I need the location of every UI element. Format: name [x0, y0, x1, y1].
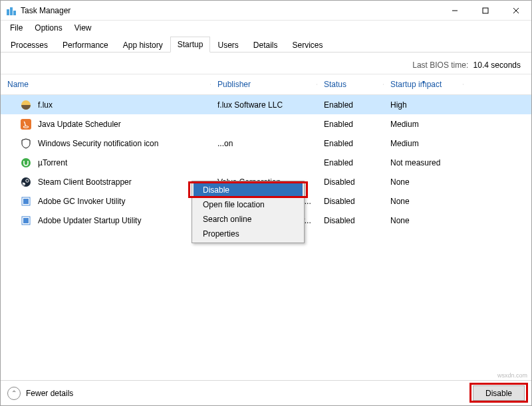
- svg-rect-1: [10, 7, 13, 15]
- svg-point-10: [21, 158, 31, 167]
- row-status: Disabled: [317, 177, 384, 187]
- row-status: Enabled: [317, 100, 384, 110]
- col-name[interactable]: Name: [1, 80, 211, 89]
- tab-processes[interactable]: Processes: [3, 37, 55, 52]
- row-status: Enabled: [317, 139, 384, 148]
- menubar: File Options View: [1, 21, 531, 35]
- menu-file[interactable]: File: [5, 22, 28, 34]
- row-impact: Medium: [384, 139, 477, 148]
- column-headers: Name Publisher Status ▾ Startup impact: [1, 74, 531, 95]
- table-row[interactable]: Java Update Scheduler Enabled Medium: [1, 114, 531, 134]
- java-icon: [21, 119, 31, 130]
- row-publisher: f.lux Software LLC: [211, 100, 317, 110]
- adobe-icon: [21, 196, 31, 207]
- titlebar: Task Manager: [1, 1, 531, 21]
- tab-performance[interactable]: Performance: [55, 37, 116, 52]
- tabstrip: Processes Performance App history Startu…: [1, 35, 531, 52]
- context-disable[interactable]: Disable: [194, 183, 303, 197]
- window-title: Task Manager: [21, 6, 440, 15]
- row-impact: None: [384, 177, 477, 187]
- footer: ⌃ Fewer details Disable: [1, 380, 531, 405]
- row-name: Steam Client Bootstrapper: [38, 177, 132, 187]
- row-status: Enabled: [317, 120, 384, 129]
- close-button[interactable]: [501, 1, 531, 21]
- utorrent-icon: [21, 157, 31, 168]
- col-impact[interactable]: ▾ Startup impact: [384, 80, 464, 89]
- row-name: Java Update Scheduler: [38, 120, 121, 129]
- shield-icon: [21, 138, 31, 149]
- context-menu: Disable Open file location Search online…: [192, 181, 305, 243]
- minimize-button[interactable]: [440, 1, 470, 21]
- row-impact: Not measured: [384, 158, 477, 167]
- row-impact: High: [384, 100, 477, 110]
- row-status: Disabled: [317, 197, 384, 206]
- bios-time-line: Last BIOS time: 10.4 seconds: [1, 52, 531, 74]
- context-open-location[interactable]: Open file location: [194, 197, 303, 212]
- steam-icon: [21, 177, 31, 187]
- bios-label: Last BIOS time:: [412, 60, 468, 70]
- row-name: Adobe Updater Startup Utility: [38, 216, 141, 225]
- table-row[interactable]: µTorrent Enabled Not measured: [1, 153, 531, 172]
- row-name: Windows Security notification icon: [38, 139, 158, 148]
- row-name: f.lux: [38, 100, 53, 110]
- menu-options[interactable]: Options: [29, 22, 67, 34]
- row-name: µTorrent: [38, 158, 67, 167]
- tab-users[interactable]: Users: [210, 37, 245, 52]
- chevron-up-icon: ⌃: [7, 387, 21, 400]
- window-buttons: [440, 1, 531, 21]
- row-status: Enabled: [317, 158, 384, 167]
- flux-icon: [21, 100, 31, 110]
- sort-indicator-icon: ▾: [422, 79, 425, 85]
- tab-startup[interactable]: Startup: [170, 37, 211, 52]
- row-name: Adobe GC Invoker Utility: [38, 197, 125, 206]
- tab-services[interactable]: Services: [285, 37, 331, 52]
- menu-view[interactable]: View: [69, 22, 97, 34]
- table-row[interactable]: Windows Security notification icon ...on…: [1, 134, 531, 153]
- svg-rect-16: [23, 199, 29, 204]
- fewer-details-button[interactable]: ⌃ Fewer details: [7, 387, 73, 400]
- row-impact: Medium: [384, 120, 477, 129]
- context-search-online[interactable]: Search online: [194, 212, 303, 227]
- row-publisher: ...on: [211, 139, 317, 148]
- adobe-icon: [21, 215, 31, 226]
- svg-rect-18: [23, 218, 29, 223]
- col-publisher[interactable]: Publisher: [211, 80, 317, 89]
- row-impact: None: [384, 197, 477, 206]
- row-impact: None: [384, 216, 477, 225]
- content-area: Last BIOS time: 10.4 seconds Name Publis…: [1, 52, 531, 230]
- col-status[interactable]: Status: [317, 80, 384, 89]
- watermark: wsxdn.com: [497, 372, 527, 379]
- bios-value: 10.4 seconds: [473, 60, 521, 70]
- svg-rect-4: [483, 8, 488, 13]
- disable-button[interactable]: Disable: [473, 385, 525, 401]
- svg-point-11: [21, 177, 31, 187]
- tab-app-history[interactable]: App history: [116, 37, 170, 52]
- svg-rect-0: [7, 9, 9, 15]
- table-row[interactable]: f.lux f.lux Software LLC Enabled High: [1, 95, 531, 114]
- context-properties[interactable]: Properties: [194, 227, 303, 241]
- fewer-details-label: Fewer details: [26, 389, 73, 398]
- app-icon: [6, 5, 17, 16]
- tab-details[interactable]: Details: [246, 37, 285, 52]
- svg-rect-2: [13, 11, 16, 15]
- maximize-button[interactable]: [470, 1, 501, 21]
- row-status: Disabled: [317, 216, 384, 225]
